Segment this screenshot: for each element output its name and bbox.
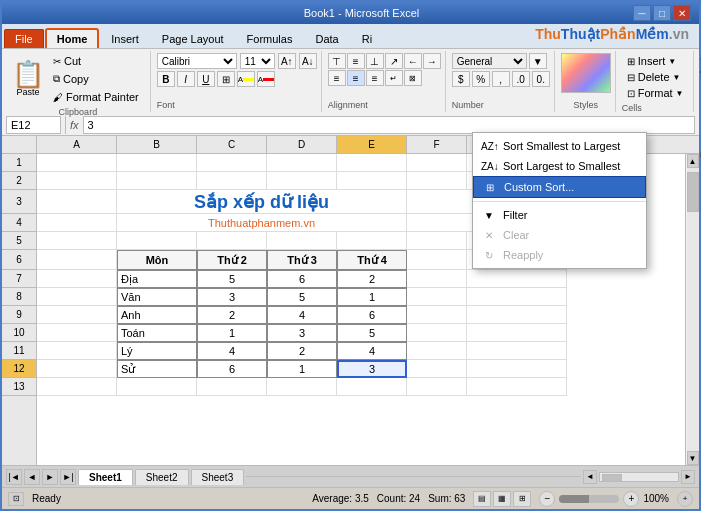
font-size-select[interactable]: 11 <box>240 53 275 69</box>
cell-GHI8[interactable] <box>467 288 567 306</box>
cell-D2[interactable] <box>267 172 337 190</box>
number-format-down[interactable]: ▼ <box>529 53 547 69</box>
text-orient-button[interactable]: ↗ <box>385 53 403 69</box>
cell-B13[interactable] <box>117 378 197 396</box>
copy-button[interactable]: ⧉ Copy <box>48 71 144 87</box>
cell-B8[interactable]: Văn <box>117 288 197 306</box>
cell-C13[interactable] <box>197 378 267 396</box>
maximize-button[interactable]: □ <box>653 5 671 21</box>
align-bottom-button[interactable]: ⊥ <box>366 53 384 69</box>
decrease-font-button[interactable]: A↓ <box>299 53 317 69</box>
cell-GHI7[interactable] <box>467 270 567 288</box>
tab-file[interactable]: File <box>4 29 44 48</box>
cell-F11[interactable] <box>407 342 467 360</box>
row-header-7[interactable]: 7 <box>2 270 36 288</box>
scroll-right-button[interactable]: ► <box>681 470 695 484</box>
col-header-D[interactable]: D <box>267 136 337 153</box>
cell-B9[interactable]: Anh <box>117 306 197 324</box>
cell-F13[interactable] <box>407 378 467 396</box>
align-center-button[interactable]: ≡ <box>347 70 365 86</box>
cell-C6[interactable]: Thứ 2 <box>197 250 267 270</box>
cell-E1[interactable] <box>337 154 407 172</box>
zoom-out-button[interactable]: − <box>539 491 555 507</box>
cell-A7[interactable] <box>37 270 117 288</box>
currency-button[interactable]: $ <box>452 71 470 87</box>
cell-F8[interactable] <box>407 288 467 306</box>
cell-D12[interactable]: 1 <box>267 360 337 378</box>
indent-increase-button[interactable]: → <box>423 53 441 69</box>
sheet-nav-prev[interactable]: ◄ <box>24 469 40 485</box>
tab-page-layout[interactable]: Page Layout <box>151 29 235 48</box>
cell-B2[interactable] <box>117 172 197 190</box>
decimal-inc-button[interactable]: .0 <box>512 71 530 87</box>
cell-A8[interactable] <box>37 288 117 306</box>
align-top-button[interactable]: ⊤ <box>328 53 346 69</box>
close-button[interactable]: ✕ <box>673 5 691 21</box>
wrap-text-button[interactable]: ↵ <box>385 70 403 86</box>
cell-B4[interactable]: Thuthuatphanmem.vn <box>117 214 407 232</box>
scroll-thumb[interactable] <box>687 172 699 212</box>
zoom-in-button[interactable]: + <box>623 491 639 507</box>
normal-view-button[interactable]: ▤ <box>473 491 491 507</box>
align-left-button[interactable]: ≡ <box>328 70 346 86</box>
format-button[interactable]: ⊡ Format ▼ <box>622 85 689 101</box>
cell-E7[interactable]: 2 <box>337 270 407 288</box>
cell-D1[interactable] <box>267 154 337 172</box>
tab-home[interactable]: Home <box>45 28 100 48</box>
row-header-13[interactable]: 13 <box>2 378 36 396</box>
cell-A6[interactable] <box>37 250 117 270</box>
sheet-tab-2[interactable]: Sheet2 <box>135 469 189 485</box>
comma-button[interactable]: , <box>492 71 510 87</box>
sheet-nav-first[interactable]: |◄ <box>6 469 22 485</box>
cell-E3[interactable] <box>407 190 477 214</box>
page-break-view-button[interactable]: ⊞ <box>513 491 531 507</box>
cell-F6[interactable] <box>407 250 467 270</box>
cell-A1[interactable] <box>37 154 117 172</box>
row-header-10[interactable]: 10 <box>2 324 36 342</box>
row-header-6[interactable]: 6 <box>2 250 36 270</box>
zoom-slider[interactable] <box>559 495 619 503</box>
percent-button[interactable]: % <box>472 71 490 87</box>
horizontal-scrollbar[interactable]: ◄ ► <box>583 470 695 484</box>
cell-GHI12[interactable] <box>467 360 567 378</box>
vertical-scrollbar[interactable]: ▲ ▼ <box>685 154 699 465</box>
cell-A2[interactable] <box>37 172 117 190</box>
menu-item-custom-sort[interactable]: ⊞ Custom Sort... <box>473 176 646 198</box>
cell-B10[interactable]: Toán <box>117 324 197 342</box>
cell-F9[interactable] <box>407 306 467 324</box>
cell-C12[interactable]: 6 <box>197 360 267 378</box>
cell-B7[interactable]: Địa <box>117 270 197 288</box>
border-button[interactable]: ⊞ <box>217 71 235 87</box>
sheet-tab-3[interactable]: Sheet3 <box>191 469 245 485</box>
indent-decrease-button[interactable]: ← <box>404 53 422 69</box>
cell-D11[interactable]: 2 <box>267 342 337 360</box>
col-header-E[interactable]: E <box>337 136 407 153</box>
cell-B11[interactable]: Lý <box>117 342 197 360</box>
tab-review[interactable]: Ri <box>351 29 383 48</box>
cut-button[interactable]: ✂ Cut <box>48 53 144 69</box>
cell-A5[interactable] <box>37 232 117 250</box>
cell-D8[interactable]: 5 <box>267 288 337 306</box>
cell-B3[interactable]: Sắp xếp dữ liệu <box>117 190 407 214</box>
cell-E6[interactable]: Thứ 4 <box>337 250 407 270</box>
format-painter-button[interactable]: 🖌 Format Painter <box>48 89 144 105</box>
cell-B5[interactable] <box>117 232 197 250</box>
cell-D9[interactable]: 4 <box>267 306 337 324</box>
sheet-nav-next[interactable]: ► <box>42 469 58 485</box>
cell-E12[interactable]: 3 <box>337 360 407 378</box>
page-layout-view-button[interactable]: ▦ <box>493 491 511 507</box>
cell-E11[interactable]: 4 <box>337 342 407 360</box>
align-right-button[interactable]: ≡ <box>366 70 384 86</box>
cell-D10[interactable]: 3 <box>267 324 337 342</box>
row-header-11[interactable]: 11 <box>2 342 36 360</box>
tab-formulas[interactable]: Formulas <box>236 29 304 48</box>
menu-item-filter[interactable]: ▼ Filter <box>473 205 646 225</box>
cell-C10[interactable]: 1 <box>197 324 267 342</box>
row-header-9[interactable]: 9 <box>2 306 36 324</box>
cell-E10[interactable]: 5 <box>337 324 407 342</box>
cell-C5[interactable] <box>197 232 267 250</box>
font-color-button[interactable]: A <box>257 71 275 87</box>
col-header-F[interactable]: F <box>407 136 467 153</box>
font-name-select[interactable]: Calibri <box>157 53 237 69</box>
formula-input[interactable] <box>83 116 695 134</box>
